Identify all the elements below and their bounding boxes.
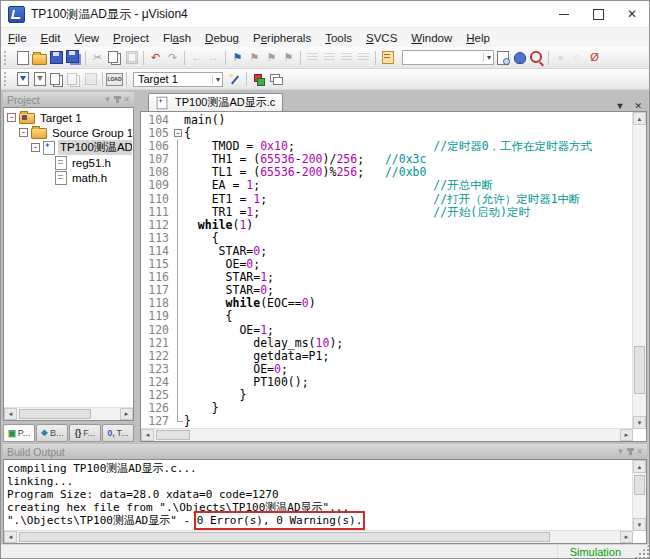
- fold-guide: [173, 153, 184, 166]
- build-button[interactable]: [31, 71, 48, 88]
- new-file-button[interactable]: [14, 49, 31, 66]
- code-line[interactable]: 127}: [143, 415, 632, 428]
- scroll-up-icon[interactable]: [633, 460, 646, 473]
- menu-debug[interactable]: Debug: [198, 32, 246, 44]
- code-editor[interactable]: 104main()105{106 TMOD = 0x10; //定时器0，工作在…: [140, 111, 647, 442]
- manage-workspace-button[interactable]: [267, 71, 284, 88]
- menu-flash[interactable]: Flash: [156, 32, 198, 44]
- scroll-left-icon[interactable]: [4, 531, 17, 543]
- tree-item-source-group-1[interactable]: -Source Group 1: [5, 125, 132, 140]
- code-line[interactable]: 126 }: [143, 402, 632, 415]
- tree-item-math-h[interactable]: math.h: [5, 170, 132, 185]
- scroll-left-icon[interactable]: [141, 429, 154, 441]
- tab-close-icon[interactable]: ✕: [629, 102, 647, 111]
- scroll-thumb[interactable]: [156, 430, 190, 440]
- scroll-right-icon[interactable]: [620, 429, 633, 441]
- open-file-button[interactable]: [31, 49, 48, 66]
- tab-project[interactable]: ▣P...: [3, 424, 35, 442]
- scroll-right-icon[interactable]: [120, 408, 133, 420]
- incremental-find-button[interactable]: [511, 49, 528, 66]
- tab-templates[interactable]: 0,T...: [102, 424, 134, 442]
- menu-peripherals[interactable]: Peripherals: [246, 32, 318, 44]
- dropdown-arrow-icon[interactable]: ▾: [483, 53, 491, 62]
- fold-guide: [173, 363, 184, 376]
- options-for-target-button[interactable]: [226, 71, 243, 88]
- editor-tab-label: TP100测温AD显示.c: [175, 95, 275, 110]
- menu-window[interactable]: Window: [404, 32, 459, 44]
- expander-icon[interactable]: -: [7, 113, 16, 122]
- editor-hscrollbar[interactable]: [141, 428, 633, 441]
- fold-guide: [173, 284, 184, 297]
- open-file-icon: [32, 54, 47, 65]
- scroll-right-icon[interactable]: [620, 531, 633, 543]
- scroll-thumb[interactable]: [19, 409, 91, 419]
- menu-svcs[interactable]: SVCS: [359, 32, 404, 44]
- menu-bar: FileEditViewProjectFlashDebugPeripherals…: [1, 27, 649, 47]
- project-tree-hscrollbar[interactable]: [4, 407, 133, 420]
- tab-functions[interactable]: {}F...: [69, 424, 101, 442]
- build-output-hscrollbar[interactable]: [4, 530, 633, 543]
- toggle-bookmark-button[interactable]: ⚑: [229, 49, 246, 66]
- fold-marker-icon[interactable]: [173, 127, 184, 140]
- panel-close-icon[interactable]: ✕: [636, 448, 643, 456]
- copy-button[interactable]: [106, 49, 123, 66]
- navigate-back-icon: ←: [191, 52, 202, 63]
- rebuild-button[interactable]: [48, 71, 65, 88]
- scroll-thumb[interactable]: [634, 475, 645, 495]
- manage-project-items-button[interactable]: [250, 71, 267, 88]
- scroll-thumb[interactable]: [634, 346, 645, 394]
- next-bookmark-icon: ⚑: [267, 52, 277, 63]
- find-button[interactable]: [528, 49, 545, 66]
- expander-icon[interactable]: -: [19, 128, 28, 137]
- panel-menu-icon[interactable]: ▼: [103, 96, 111, 104]
- menu-edit[interactable]: Edit: [34, 32, 68, 44]
- tree-item-main-source-file[interactable]: -TP100测温AD显: [5, 140, 132, 155]
- tree-item-target-1[interactable]: -Target 1: [5, 110, 132, 125]
- scroll-down-icon[interactable]: [633, 416, 646, 429]
- close-button[interactable]: ✕: [615, 1, 649, 27]
- save-button[interactable]: [48, 49, 65, 66]
- target-select[interactable]: Target 1▾: [133, 72, 223, 87]
- maximize-button[interactable]: [581, 1, 615, 27]
- kill-breakpoints-button[interactable]: Ø: [586, 49, 603, 66]
- resize-grip[interactable]: [633, 545, 649, 558]
- expander-icon[interactable]: -: [31, 143, 40, 152]
- save-all-button[interactable]: [65, 49, 82, 66]
- fold-guide: [173, 324, 184, 337]
- menu-project[interactable]: Project: [106, 32, 156, 44]
- main-window: TP100测温AD显示 - μVision4 ✕ FileEditViewPro…: [0, 0, 650, 559]
- menu-tools[interactable]: Tools: [318, 32, 359, 44]
- editor-vscrollbar[interactable]: [632, 112, 646, 429]
- scroll-left-icon[interactable]: [4, 408, 17, 420]
- build-output-vscrollbar[interactable]: [632, 460, 646, 531]
- find-combobox[interactable]: ▾: [402, 50, 494, 65]
- menu-help[interactable]: Help: [459, 32, 497, 44]
- panel-menu-icon[interactable]: ▼: [616, 448, 624, 456]
- pin-icon[interactable]: [629, 448, 632, 455]
- editor-tab[interactable]: TP100测温AD显示.c: [148, 93, 283, 111]
- configure-button[interactable]: [379, 49, 396, 66]
- panel-close-icon[interactable]: ✕: [123, 96, 130, 104]
- download-button[interactable]: LOAD: [106, 71, 123, 88]
- menu-view[interactable]: View: [67, 32, 106, 44]
- build-output-log[interactable]: compiling TP100测温AD显示.c...linking...Prog…: [3, 459, 647, 544]
- pin-icon[interactable]: [116, 96, 119, 103]
- undo-button[interactable]: ↶: [147, 49, 164, 66]
- find-in-files-button[interactable]: [494, 49, 511, 66]
- options-for-target-icon: [229, 73, 241, 85]
- menu-file[interactable]: File: [1, 32, 34, 44]
- toolbar-grip[interactable]: [4, 51, 11, 65]
- code-line[interactable]: 104main(): [143, 114, 632, 127]
- cut-icon: ✂: [93, 52, 102, 63]
- minimize-button[interactable]: [547, 1, 581, 27]
- project-tree[interactable]: -Target 1-Source Group 1-TP100测温AD显reg51…: [3, 107, 134, 421]
- tab-list-icon[interactable]: ▼: [611, 102, 630, 111]
- tree-item-reg51-h[interactable]: reg51.h: [5, 155, 132, 170]
- translate-button[interactable]: [14, 71, 31, 88]
- scroll-up-icon[interactable]: [633, 112, 646, 125]
- scroll-down-icon[interactable]: [633, 518, 646, 531]
- toolbar-grip[interactable]: [4, 72, 11, 86]
- scroll-thumb[interactable]: [19, 532, 550, 542]
- tab-books[interactable]: ❖B...: [36, 424, 68, 442]
- dropdown-arrow-icon[interactable]: ▾: [212, 75, 220, 84]
